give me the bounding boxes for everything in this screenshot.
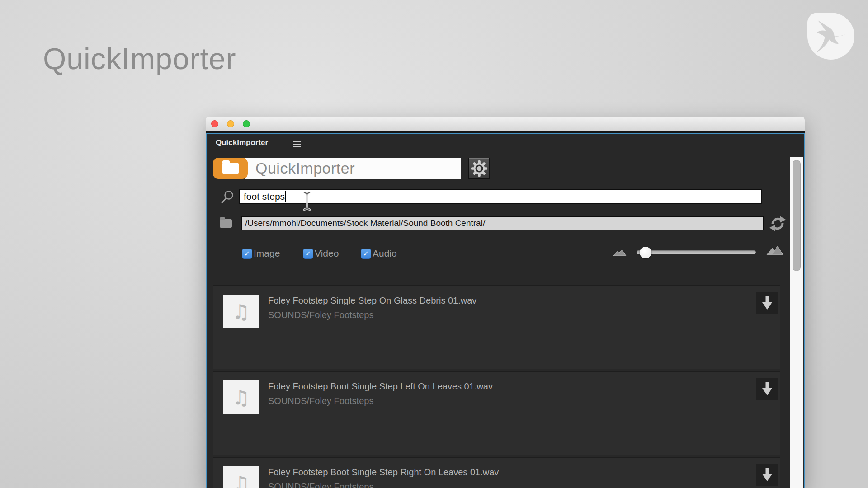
zoom-window-button[interactable] bbox=[243, 120, 250, 127]
folder-path-value: /Users/mmohl/Documents/Stock Material/So… bbox=[245, 218, 485, 228]
app-folder-button[interactable] bbox=[213, 158, 248, 179]
audio-thumbnail: ♫ bbox=[223, 295, 259, 328]
settings-button[interactable] bbox=[468, 158, 490, 179]
thumbnail-size-slider-track[interactable] bbox=[637, 250, 756, 254]
search-icon bbox=[221, 190, 234, 205]
import-button[interactable] bbox=[756, 378, 778, 400]
video-label: Video bbox=[315, 248, 339, 259]
folder-icon bbox=[222, 163, 239, 174]
import-button[interactable] bbox=[756, 464, 778, 486]
file-name: Foley Footstep Single Step On Glass Debr… bbox=[268, 296, 476, 306]
thumbnail-size-slider-thumb[interactable] bbox=[640, 247, 651, 258]
file-row[interactable]: ♫ Foley Footstep Boot Single Step Left O… bbox=[213, 372, 780, 455]
scrollbar-thumb[interactable] bbox=[793, 160, 801, 271]
music-note-icon: ♫ bbox=[232, 472, 250, 488]
path-folder-icon bbox=[220, 219, 232, 228]
page-title: QuickImporter bbox=[43, 42, 236, 76]
search-input[interactable]: foot steps bbox=[239, 189, 762, 204]
file-folder: SOUNDS/Foley Footsteps bbox=[268, 396, 373, 406]
music-note-icon: ♫ bbox=[232, 300, 250, 323]
check-icon: ✓ bbox=[305, 249, 311, 258]
file-folder: SOUNDS/Foley Footsteps bbox=[268, 482, 373, 488]
download-arrow-icon bbox=[762, 296, 773, 310]
bird-logo bbox=[807, 13, 854, 60]
panel-tab[interactable]: QuickImporter bbox=[216, 138, 268, 147]
audio-filter: ✓ Audio bbox=[361, 247, 397, 260]
file-row[interactable]: ♫ Foley Footstep Boot Single Step Right … bbox=[213, 458, 780, 488]
thumbnail-size-large-icon bbox=[766, 244, 783, 255]
audio-label: Audio bbox=[373, 248, 397, 259]
image-checkbox[interactable]: ✓ bbox=[242, 249, 252, 259]
audio-thumbnail: ♫ bbox=[223, 466, 259, 488]
image-filter: ✓ Image bbox=[242, 247, 280, 260]
refresh-button[interactable] bbox=[769, 215, 787, 233]
window-titlebar[interactable] bbox=[206, 117, 805, 131]
audio-thumbnail: ♫ bbox=[223, 380, 259, 414]
file-folder: SOUNDS/Foley Footsteps bbox=[268, 310, 373, 320]
text-caret bbox=[285, 191, 286, 202]
music-note-icon: ♫ bbox=[232, 386, 250, 409]
close-window-button[interactable] bbox=[211, 120, 218, 127]
audio-checkbox[interactable]: ✓ bbox=[361, 249, 371, 259]
minimize-window-button[interactable] bbox=[227, 120, 234, 127]
app-title: QuickImporter bbox=[245, 158, 461, 179]
panel-menu-icon[interactable] bbox=[293, 141, 301, 147]
image-label: Image bbox=[254, 248, 280, 259]
panel-content: QuickImporter QuickImporter bbox=[206, 133, 805, 488]
dotted-divider bbox=[44, 94, 813, 94]
file-row[interactable]: ♫ Foley Footstep Single Step On Glass De… bbox=[213, 286, 780, 369]
file-name: Foley Footstep Boot Single Step Left On … bbox=[268, 381, 493, 392]
folder-path-input[interactable]: /Users/mmohl/Documents/Stock Material/So… bbox=[241, 216, 764, 230]
gear-icon bbox=[471, 160, 488, 177]
video-filter: ✓ Video bbox=[303, 247, 339, 260]
check-icon: ✓ bbox=[244, 249, 250, 258]
import-button[interactable] bbox=[756, 292, 778, 314]
thumbnail-size-small-icon bbox=[613, 249, 627, 256]
file-name: Foley Footstep Boot Single Step Right On… bbox=[268, 467, 499, 478]
download-arrow-icon bbox=[762, 382, 773, 396]
download-arrow-icon bbox=[762, 468, 773, 482]
quickimporter-window: QuickImporter QuickImporter bbox=[206, 117, 805, 488]
bird-icon bbox=[812, 17, 850, 55]
search-value: foot steps bbox=[244, 191, 285, 202]
video-checkbox[interactable]: ✓ bbox=[303, 249, 313, 259]
check-icon: ✓ bbox=[363, 249, 369, 258]
ibeam-mouse-cursor bbox=[302, 191, 311, 211]
